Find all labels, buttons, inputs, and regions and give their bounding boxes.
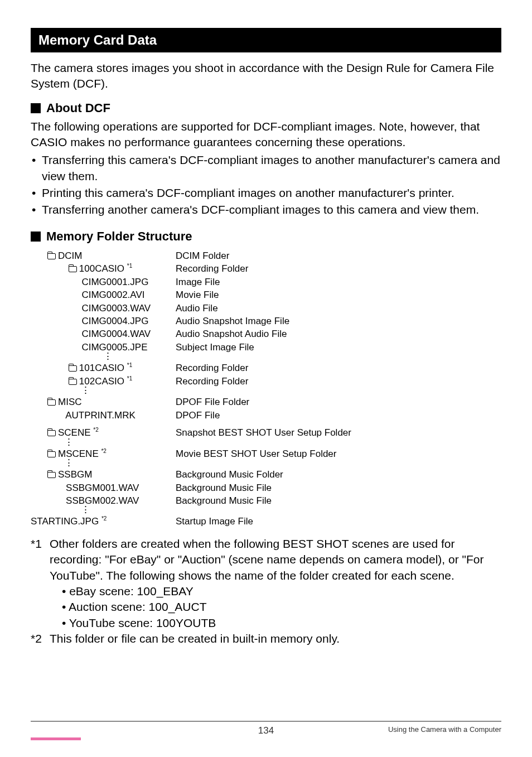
bullet-item: Transferring another camera's DCF-compli…	[31, 202, 501, 218]
about-dcf-heading-text: About DCF	[46, 101, 110, 115]
folder-icon	[47, 451, 56, 457]
about-dcf-bullets: Transferring this camera's DCF-compliant…	[31, 152, 501, 218]
square-bullet-icon	[31, 232, 41, 242]
footnote-sub-bullets: eBay scene: 100_EBAY Auction scene: 100_…	[50, 584, 501, 631]
tree-desc: Background Music File	[176, 481, 272, 494]
tree-desc: Subject Image File	[176, 341, 254, 354]
tree-name: 101CASIO *1	[47, 361, 176, 374]
folder-icon	[47, 472, 56, 478]
tree-row: SSBGM Background Music Folder	[47, 468, 501, 481]
tree-name: SSBGM002.WAV	[47, 494, 176, 507]
tree-name: CIMG0004.WAV	[47, 327, 176, 340]
footnote-mark: *1	[31, 536, 50, 552]
folder-icon	[47, 253, 56, 259]
tree-name: CIMG0001.JPG	[47, 276, 176, 288]
bullet-item: eBay scene: 100_EBAY	[62, 584, 501, 599]
folder-icon	[47, 399, 56, 406]
tree-row: AUTPRINT.MRK DPOF File	[47, 409, 501, 422]
ellipsis-icon: ⋮	[47, 460, 501, 468]
about-dcf-heading: About DCF	[31, 101, 501, 115]
tree-desc: DPOF File Folder	[176, 396, 249, 408]
tree-row: SCENE *2 Snapshot BEST SHOT User Setup F…	[47, 426, 501, 439]
tree-row: SSBGM001.WAV Background Music File	[47, 481, 501, 494]
tree-desc: Audio File	[176, 302, 218, 315]
folder-icon	[69, 379, 77, 385]
tree-row: SSBGM002.WAV Background Music File	[47, 494, 501, 507]
folder-structure-heading: Memory Folder Structure	[31, 229, 501, 244]
footnote-text: This folder or file can be created in bu…	[50, 631, 340, 647]
bullet-item: Printing this camera's DCF-compliant ima…	[31, 185, 501, 201]
footnote-2: *2 This folder or file can be created in…	[31, 631, 501, 647]
tree-desc: DCIM Folder	[176, 249, 229, 262]
tree-name: DCIM	[47, 249, 176, 262]
tree-desc: Movie BEST SHOT User Setup Folder	[176, 447, 336, 460]
intro-paragraph: The camera stores images you shoot in ac…	[31, 60, 501, 92]
ellipsis-icon: ⋮	[47, 507, 501, 515]
tree-desc: Background Music File	[176, 494, 272, 507]
ellipsis-icon: ⋮	[47, 388, 501, 396]
tree-name: CIMG0003.WAV	[47, 302, 176, 315]
tree-desc: Startup Image File	[176, 515, 253, 528]
bullet-item: Auction scene: 100_AUCT	[62, 599, 501, 615]
tree-desc: Audio Snapshot Audio File	[176, 327, 287, 340]
tree-row: 100CASIO *1 Recording Folder	[47, 262, 501, 275]
tree-row: CIMG0002.AVI Movie File	[47, 288, 501, 301]
footnotes: *1 Other folders are created when the fo…	[31, 536, 501, 647]
folder-icon	[69, 365, 77, 372]
ellipsis-icon: ⋮	[47, 440, 501, 447]
tree-desc: Audio Snapshot Image File	[176, 315, 289, 327]
accent-bar	[31, 737, 81, 740]
tree-row: MSCENE *2 Movie BEST SHOT User Setup Fol…	[47, 447, 501, 460]
tree-row: CIMG0005.JPE Subject Image File	[47, 341, 501, 354]
tree-row: CIMG0004.WAV Audio Snapshot Audio File	[47, 327, 501, 340]
folder-tree: DCIM DCIM Folder 100CASIO *1 Recording F…	[47, 249, 501, 528]
tree-name: 102CASIO *1	[47, 375, 176, 388]
footer-label: Using the Camera with a Computer	[388, 725, 501, 734]
tree-desc: Movie File	[176, 288, 219, 301]
tree-desc: Snapshot BEST SHOT User Setup Folder	[176, 426, 351, 439]
folder-structure-heading-text: Memory Folder Structure	[46, 229, 192, 244]
tree-row: CIMG0003.WAV Audio File	[47, 302, 501, 315]
tree-desc: Recording Folder	[176, 262, 248, 275]
tree-name: SSBGM	[47, 468, 176, 481]
square-bullet-icon	[31, 103, 41, 113]
tree-row: DCIM DCIM Folder	[47, 249, 501, 262]
folder-icon	[47, 430, 56, 436]
tree-name: AUTPRINT.MRK	[47, 409, 176, 422]
tree-name: STARTING.JPG *2	[31, 515, 176, 528]
tree-row: STARTING.JPG *2 Startup Image File	[47, 515, 501, 528]
tree-row: MISC DPOF File Folder	[47, 396, 501, 408]
bullet-item: YouTube scene: 100YOUTB	[62, 615, 501, 631]
tree-desc: DPOF File	[176, 409, 220, 422]
tree-row: CIMG0004.JPG Audio Snapshot Image File	[47, 315, 501, 327]
tree-desc: Image File	[176, 276, 220, 288]
footnote-text: Other folders are created when the follo…	[50, 537, 483, 582]
footnote-1: *1 Other folders are created when the fo…	[31, 536, 501, 631]
tree-desc: Recording Folder	[176, 375, 248, 388]
tree-name: SSBGM001.WAV	[47, 481, 176, 494]
page-footer: 134 Using the Camera with a Computer	[31, 721, 501, 734]
tree-row: 102CASIO *1 Recording Folder	[47, 375, 501, 388]
tree-desc: Background Music Folder	[176, 468, 283, 481]
tree-name: CIMG0002.AVI	[47, 288, 176, 301]
about-dcf-paragraph: The following operations are supported f…	[31, 119, 501, 151]
tree-name: CIMG0004.JPG	[47, 315, 176, 327]
footnote-mark: *2	[31, 631, 50, 647]
bullet-item: Transferring this camera's DCF-compliant…	[31, 152, 501, 184]
ellipsis-icon: ⋮	[47, 354, 501, 361]
tree-row: 101CASIO *1 Recording Folder	[47, 361, 501, 374]
tree-name: 100CASIO *1	[47, 262, 176, 275]
tree-row: CIMG0001.JPG Image File	[47, 276, 501, 288]
folder-icon	[69, 266, 77, 272]
tree-name: MISC	[47, 396, 176, 408]
section-header: Memory Card Data	[31, 28, 501, 52]
tree-desc: Recording Folder	[176, 361, 248, 374]
